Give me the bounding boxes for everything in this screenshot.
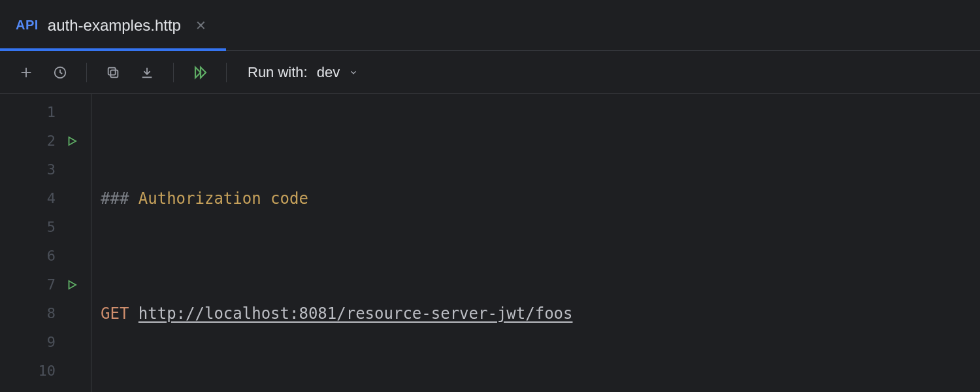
run-all-button[interactable] — [186, 58, 214, 87]
code-area[interactable]: ### Authorization code GET http://localh… — [91, 94, 980, 392]
gutter-row: 7 — [0, 270, 91, 299]
svg-marker-8 — [69, 281, 76, 289]
copy-button[interactable] — [99, 58, 127, 87]
gutter-row: 6 — [0, 242, 91, 270]
svg-rect-4 — [108, 67, 116, 74]
editor-gutter: 1 2 3 4 5 6 7 8 9 10 — [0, 94, 91, 392]
gutter-row: 4 — [0, 184, 91, 213]
file-type-badge: API — [16, 18, 39, 33]
toolbar-separator — [173, 63, 174, 82]
run-with-env: dev — [317, 64, 340, 81]
editor-toolbar: Run with: dev — [0, 51, 980, 94]
toolbar-separator — [86, 63, 87, 82]
run-with-dropdown[interactable]: Run with: dev — [248, 64, 358, 81]
tab-auth-examples[interactable]: API auth-examples.http ✕ — [0, 0, 226, 50]
import-button[interactable] — [133, 58, 161, 87]
tab-title: auth-examples.http — [48, 16, 181, 35]
run-gutter-icon[interactable] — [65, 278, 79, 292]
gutter-row: 5 — [0, 213, 91, 242]
run-with-label: Run with: — [248, 64, 308, 81]
svg-rect-3 — [110, 70, 118, 77]
gutter-row: 8 — [0, 299, 91, 328]
tab-bar: API auth-examples.http ✕ — [0, 0, 980, 51]
gutter-row: 1 — [0, 98, 91, 127]
code-line: GET http://localhost:8081/resource-serve… — [101, 299, 980, 328]
gutter-row: 2 — [0, 127, 91, 155]
history-button[interactable] — [46, 58, 74, 87]
run-gutter-icon[interactable] — [65, 134, 79, 148]
close-icon[interactable]: ✕ — [195, 18, 206, 33]
gutter-row: 10 — [0, 357, 91, 385]
gutter-row: 9 — [0, 328, 91, 357]
svg-marker-7 — [69, 137, 76, 145]
chevron-down-icon — [349, 68, 358, 77]
svg-marker-5 — [195, 67, 201, 78]
code-line: ### Authorization code — [101, 184, 980, 213]
add-request-button[interactable] — [12, 58, 41, 87]
gutter-row: 3 — [0, 155, 91, 184]
code-editor[interactable]: 1 2 3 4 5 6 7 8 9 10 ### Authorization c… — [0, 94, 980, 392]
toolbar-separator — [226, 63, 227, 82]
